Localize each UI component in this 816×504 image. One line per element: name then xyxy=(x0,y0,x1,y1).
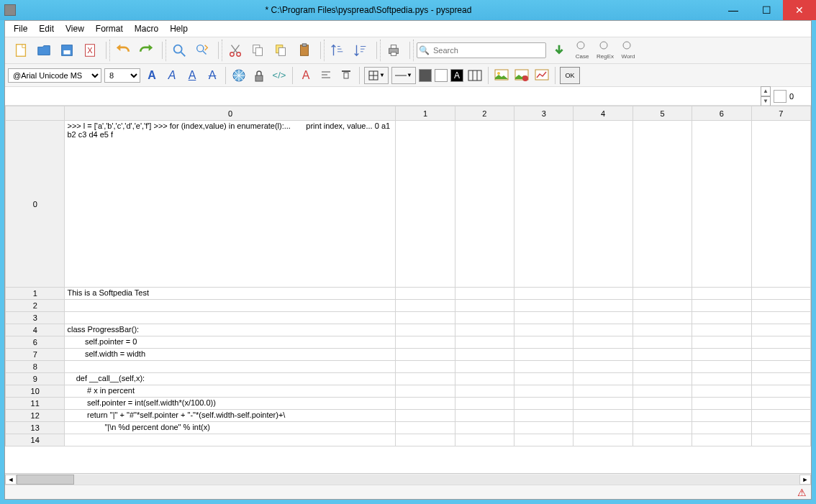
row-header[interactable]: 12 xyxy=(6,410,65,422)
cell[interactable] xyxy=(692,312,751,324)
minimize-button[interactable]: — xyxy=(717,0,750,20)
ok-button[interactable]: OK xyxy=(560,67,580,84)
cell[interactable] xyxy=(396,410,455,422)
cell[interactable] xyxy=(692,336,751,349)
cell[interactable] xyxy=(396,361,455,373)
column-header[interactable]: 2 xyxy=(455,106,514,121)
cell[interactable] xyxy=(514,410,574,422)
cell[interactable] xyxy=(396,373,455,385)
cell[interactable] xyxy=(514,349,574,361)
cell[interactable] xyxy=(692,324,751,336)
cell[interactable] xyxy=(633,434,692,446)
scroll-right-icon[interactable]: ► xyxy=(799,475,811,485)
row-header[interactable]: 3 xyxy=(6,312,65,324)
column-header[interactable]: 6 xyxy=(692,106,751,121)
row-header[interactable]: 0 xyxy=(6,121,65,288)
cell[interactable] xyxy=(633,422,692,434)
cell[interactable] xyxy=(455,361,514,373)
row-header[interactable]: 11 xyxy=(6,398,65,410)
cell[interactable] xyxy=(633,121,692,288)
cell[interactable] xyxy=(574,398,633,410)
cell[interactable] xyxy=(574,336,633,349)
column-header[interactable]: 4 xyxy=(574,106,633,121)
cell[interactable] xyxy=(514,312,574,324)
cell[interactable]: self.pointer = 0 xyxy=(65,336,396,349)
cell[interactable] xyxy=(396,422,455,434)
row-header[interactable]: 7 xyxy=(6,349,65,361)
cell[interactable] xyxy=(751,324,810,336)
search-input[interactable] xyxy=(430,46,545,55)
bg-color-swatch[interactable] xyxy=(435,69,448,82)
borders-button[interactable]: ▼ xyxy=(364,67,389,84)
redo-button[interactable] xyxy=(136,40,156,60)
align-left-button[interactable] xyxy=(317,67,335,84)
cell[interactable] xyxy=(692,349,751,361)
cell[interactable] xyxy=(514,324,574,336)
cell[interactable] xyxy=(692,288,751,300)
cell[interactable] xyxy=(633,336,692,349)
row-header[interactable]: 14 xyxy=(6,434,65,446)
cell[interactable]: self.width = width xyxy=(65,349,396,361)
cell[interactable] xyxy=(751,434,810,446)
search-box[interactable]: 🔍 xyxy=(417,42,546,58)
tab-spin-down[interactable]: ▼ xyxy=(761,96,771,106)
cell[interactable] xyxy=(514,385,574,398)
cell[interactable] xyxy=(396,300,455,312)
search-word-button[interactable]: Word xyxy=(618,40,638,60)
cell[interactable] xyxy=(692,121,751,288)
row-header[interactable]: 6 xyxy=(6,336,65,349)
menu-macro[interactable]: Macro xyxy=(129,22,164,35)
cell[interactable] xyxy=(692,385,751,398)
cell[interactable]: >>> l = ['a','b','c','d','e','f'] >>> fo… xyxy=(65,121,396,288)
cell[interactable] xyxy=(455,434,514,446)
cell[interactable] xyxy=(574,434,633,446)
cell[interactable]: # x in percent xyxy=(65,385,396,398)
horizontal-scrollbar[interactable]: ◄ ► xyxy=(5,473,811,485)
paste-button[interactable] xyxy=(294,40,314,60)
print-button[interactable] xyxy=(384,40,404,60)
scroll-thumb[interactable] xyxy=(17,475,74,485)
text-bg-swatch[interactable]: A xyxy=(450,69,463,82)
cell[interactable] xyxy=(514,300,574,312)
cell[interactable] xyxy=(514,434,574,446)
cell[interactable] xyxy=(751,361,810,373)
cell[interactable] xyxy=(692,422,751,434)
insert-chart-button[interactable] xyxy=(533,67,550,84)
cell[interactable]: This is a Softpedia Test xyxy=(65,288,396,300)
close-button[interactable]: ✕ xyxy=(783,0,816,20)
find-replace-button[interactable] xyxy=(192,40,212,60)
new-file-button[interactable] xyxy=(11,40,31,60)
cell[interactable] xyxy=(396,288,455,300)
cell[interactable] xyxy=(574,410,633,422)
cell[interactable]: return "|" + "#"*self.pointer + "-"*(sel… xyxy=(65,410,396,422)
column-header[interactable]: 5 xyxy=(633,106,692,121)
cell[interactable]: self.pointer = int(self.width*(x/100.0)) xyxy=(65,398,396,410)
cell[interactable] xyxy=(692,373,751,385)
cell[interactable] xyxy=(751,336,810,349)
column-header[interactable]: 0 xyxy=(65,106,396,121)
cell[interactable]: "|\n %d percent done" % int(x) xyxy=(65,422,396,434)
cell[interactable] xyxy=(574,361,633,373)
cell[interactable] xyxy=(751,288,810,300)
cell[interactable] xyxy=(633,398,692,410)
cell[interactable] xyxy=(396,349,455,361)
cell[interactable] xyxy=(455,422,514,434)
cell[interactable] xyxy=(455,300,514,312)
cell[interactable] xyxy=(455,349,514,361)
cell[interactable] xyxy=(692,398,751,410)
link-image-button[interactable] xyxy=(513,67,530,84)
line-style-button[interactable]: ▼ xyxy=(391,67,416,84)
cell[interactable] xyxy=(396,336,455,349)
cell[interactable] xyxy=(751,373,810,385)
font-select[interactable]: @Arial Unicode MS xyxy=(8,68,101,83)
column-header[interactable]: 3 xyxy=(514,106,574,121)
menu-help[interactable]: Help xyxy=(164,22,194,35)
row-header[interactable]: 1 xyxy=(6,288,65,300)
cell[interactable] xyxy=(633,349,692,361)
cell[interactable] xyxy=(692,361,751,373)
cell[interactable] xyxy=(574,324,633,336)
scroll-left-icon[interactable]: ◄ xyxy=(5,475,17,485)
row-header[interactable]: 4 xyxy=(6,324,65,336)
save-button[interactable] xyxy=(57,40,77,60)
cell[interactable] xyxy=(514,422,574,434)
